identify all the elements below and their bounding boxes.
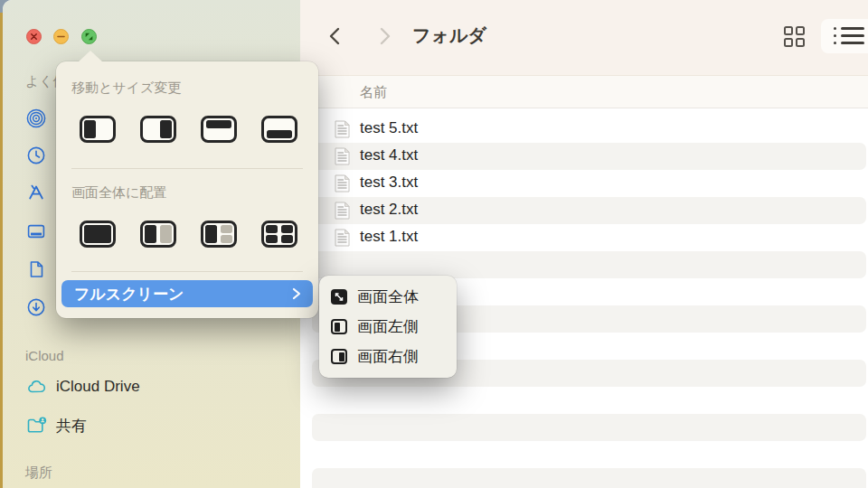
icloud-section-label: iCloud — [25, 348, 64, 363]
fullscreen-label: フルスクリーン — [74, 284, 184, 305]
list-view-button[interactable] — [821, 19, 868, 53]
fill-arrange-section-label: 画面全体に配置 — [71, 184, 166, 202]
empty-row — [312, 251, 866, 278]
move-resize-section-label: 移動とサイズ変更 — [71, 80, 181, 97]
list-header: 名前 — [300, 76, 868, 108]
file-row[interactable]: test 2.txt — [312, 197, 866, 224]
submenu-item-screen-right[interactable]: 画面右側 — [319, 342, 457, 371]
file-row[interactable]: test 1.txt — [312, 224, 866, 251]
submenu-item-screen-left[interactable]: 画面左側 — [319, 312, 457, 342]
text-file-icon — [335, 174, 350, 192]
zoom-expand-icon — [82, 30, 96, 43]
tile-top-half-button[interactable] — [201, 116, 237, 143]
empty-row — [312, 441, 866, 468]
downloads-icon[interactable] — [26, 297, 46, 317]
sidebar-item-icloud-drive[interactable]: iCloud Drive — [3, 376, 300, 399]
tile-four-quarters-button[interactable] — [261, 221, 297, 248]
applications-icon[interactable] — [26, 183, 46, 202]
close-icon — [27, 30, 41, 43]
icloud-drive-icon — [26, 377, 48, 399]
submenu-item-full-screen[interactable]: 画面全体 — [319, 282, 457, 312]
empty-row — [312, 468, 866, 488]
recents-icon[interactable] — [26, 145, 46, 165]
documents-icon[interactable] — [26, 259, 46, 279]
menu-divider — [71, 271, 303, 272]
close-button[interactable] — [26, 29, 42, 44]
grid-view-icon — [784, 26, 806, 48]
minimize-button[interactable] — [53, 29, 69, 44]
toolbar: フォルダ — [300, 0, 868, 76]
file-name: test 1.txt — [360, 228, 418, 246]
text-file-icon — [335, 202, 350, 220]
file-name: test 4.txt — [360, 146, 418, 164]
tile-bottom-half-button[interactable] — [261, 116, 297, 143]
column-header-name[interactable]: 名前 — [360, 84, 387, 101]
window-tiling-menu: 移動とサイズ変更 画面全体に配置 フルスクリーン — [56, 61, 318, 318]
chevron-right-icon — [371, 23, 398, 50]
screen-left-icon — [331, 319, 347, 334]
empty-row — [312, 387, 866, 414]
file-browser-pane: フォルダ 名前 test 5.tx — [300, 0, 868, 488]
tile-left-half-button[interactable] — [80, 116, 116, 143]
back-button[interactable] — [322, 23, 349, 50]
desktop-icon[interactable] — [26, 221, 46, 241]
tile-left-and-quarters-button[interactable] — [201, 221, 237, 248]
window-title: フォルダ — [412, 23, 486, 48]
minimize-icon — [54, 30, 68, 43]
forward-button[interactable] — [371, 23, 398, 50]
chevron-left-icon — [322, 23, 349, 50]
sidebar-item-label: iCloud Drive — [56, 378, 140, 396]
sidebar-item-label: 共有 — [56, 416, 87, 436]
icon-view-button[interactable] — [781, 23, 808, 51]
tile-two-side-by-side-button[interactable] — [140, 221, 176, 248]
submenu-item-label: 画面右側 — [357, 346, 419, 367]
file-name: test 5.txt — [360, 119, 418, 137]
file-name: test 3.txt — [360, 174, 418, 192]
file-row[interactable]: test 3.txt — [312, 170, 866, 197]
sidebar-item-shared[interactable]: 共有 — [3, 414, 300, 437]
text-file-icon — [335, 147, 350, 165]
submenu-item-label: 画面左側 — [357, 316, 419, 337]
file-row[interactable]: test 4.txt — [312, 143, 866, 170]
locations-section-label: 場所 — [25, 465, 52, 482]
fullscreen-menu-item[interactable]: フルスクリーン — [61, 280, 313, 307]
text-file-icon — [335, 229, 350, 247]
fullscreen-expand-icon — [331, 289, 347, 305]
file-row[interactable]: test 5.txt — [312, 116, 866, 143]
empty-row — [312, 414, 866, 441]
tile-right-half-button[interactable] — [140, 116, 176, 143]
shared-folder-icon — [26, 415, 48, 436]
fullscreen-submenu: 画面全体 画面左側 画面右側 — [319, 276, 457, 378]
zoom-button[interactable] — [81, 29, 97, 44]
screen-right-icon — [331, 349, 347, 364]
list-view-icon — [834, 26, 864, 46]
text-file-icon — [335, 120, 350, 138]
finder-window: よく使う項目 iCloud — [3, 0, 868, 488]
menu-divider — [71, 168, 303, 169]
airdrop-icon[interactable] — [26, 108, 46, 128]
submenu-chevron-icon — [289, 286, 304, 301]
tile-fill-screen-button[interactable] — [80, 221, 116, 248]
submenu-item-label: 画面全体 — [357, 286, 419, 307]
file-name: test 2.txt — [360, 201, 418, 219]
